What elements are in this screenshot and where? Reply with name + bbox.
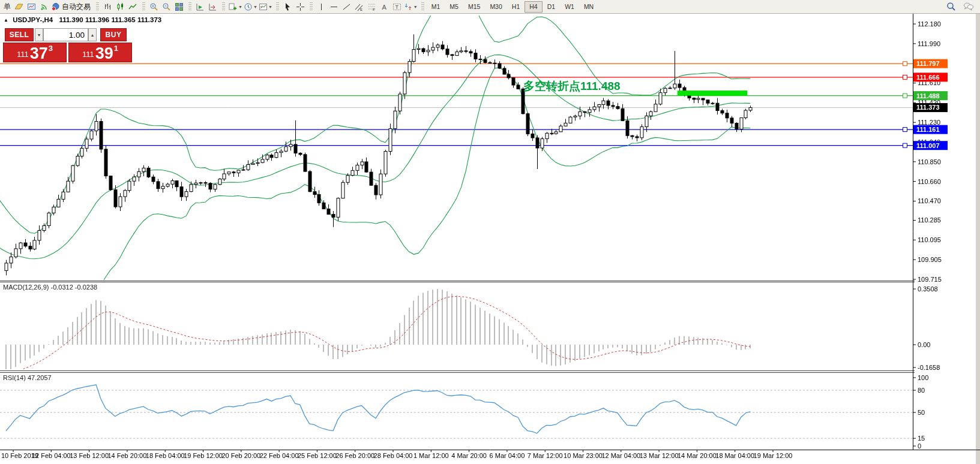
sell-price-sup: 3	[49, 44, 53, 53]
macd-indicator-label: MACD(12,26,9) -0.0312 -0.0238	[3, 284, 97, 291]
buy-price-box[interactable]: 111 39 1	[68, 43, 132, 62]
mt4-window: { "toolbar": { "left_label": "单", "autot…	[0, 0, 980, 464]
vertical-line-icon[interactable]	[315, 1, 328, 13]
timeframe-m30[interactable]: M30	[485, 1, 507, 13]
bar-chart-icon[interactable]	[101, 1, 114, 13]
new-order-label[interactable]: 单	[2, 2, 13, 12]
search-icon[interactable]	[945, 1, 957, 13]
svg-text:A: A	[382, 3, 386, 10]
text-label-icon[interactable]: T	[391, 1, 403, 13]
timeframe-d1[interactable]: D1	[543, 1, 560, 13]
toolbar-grip	[310, 2, 313, 11]
volume-input[interactable]	[43, 28, 88, 41]
auto-scroll-icon[interactable]	[194, 1, 206, 13]
down-arrow-icon: ▼	[37, 33, 41, 37]
chart-canvas[interactable]	[0, 0, 980, 464]
chat-icon[interactable]	[962, 1, 975, 13]
fibonacci-icon[interactable]: F	[365, 1, 378, 13]
add-indicator-icon[interactable]: ▼	[227, 1, 243, 13]
sell-price-big: 37	[30, 46, 48, 61]
buy-price-big: 39	[95, 46, 113, 61]
channel-icon[interactable]: E	[353, 1, 365, 13]
chart-annotation: 多空转折点111.488	[523, 79, 621, 94]
timeframe-m15[interactable]: M15	[463, 1, 485, 13]
sell-price-prefix: 111	[17, 50, 29, 59]
horizontal-line-icon[interactable]	[328, 1, 340, 13]
candlestick-icon[interactable]	[114, 1, 127, 13]
new-order-icon[interactable]	[13, 1, 25, 13]
volume-increase-button[interactable]: ▲	[88, 28, 97, 41]
timeframe-h4[interactable]: H4	[525, 1, 542, 13]
collapse-arrow-icon[interactable]: ▲	[4, 17, 8, 23]
arrows-icon[interactable]: ▼	[403, 1, 418, 13]
timeframe-mn[interactable]: MN	[579, 1, 598, 13]
buy-price-prefix: 111	[82, 50, 94, 59]
rsi-indicator-label: RSI(14) 47.2057	[3, 374, 52, 381]
timeframe-m1[interactable]: M1	[427, 1, 445, 13]
buy-button[interactable]: BUY	[100, 28, 127, 41]
text-icon[interactable]: A	[378, 1, 391, 13]
sell-button[interactable]: SELL	[5, 28, 34, 41]
chart-title: ▲ USDJPY-,H4 111.390 111.396 111.365 111…	[4, 16, 161, 23]
toolbar-grip	[222, 2, 225, 11]
sell-price-box[interactable]: 111 37 3	[3, 43, 67, 62]
chart-ohlc-values: 111.390 111.396 111.365 111.373	[59, 16, 161, 23]
zoom-out-icon[interactable]	[160, 1, 173, 13]
svg-text:F: F	[373, 8, 375, 11]
timeframe-h1[interactable]: H1	[507, 1, 525, 13]
market-watch-icon[interactable]	[25, 1, 38, 13]
zoom-in-icon[interactable]	[148, 1, 160, 13]
timeframe-m5[interactable]: M5	[445, 1, 463, 13]
up-arrow-icon: ▲	[91, 33, 95, 37]
line-chart-icon[interactable]	[127, 1, 139, 13]
tile-windows-icon[interactable]	[173, 1, 185, 13]
chart-shift-icon[interactable]	[206, 1, 219, 13]
volume-decrease-button[interactable]: ▼	[35, 28, 43, 41]
dropdown-caret-icon[interactable]: ▼	[238, 5, 242, 9]
dropdown-caret-icon[interactable]: ▼	[253, 5, 257, 9]
svg-text:T: T	[395, 4, 398, 10]
toolbar-grip	[188, 2, 191, 11]
buy-price-sup: 1	[114, 44, 118, 53]
cursor-icon[interactable]	[281, 1, 294, 13]
templates-icon[interactable]: ▼	[258, 1, 273, 13]
trendline-icon[interactable]	[340, 1, 353, 13]
main-toolbar: 单 自动交易 ▼ ▼ ▼	[0, 0, 980, 14]
toolbar-grip	[276, 2, 279, 11]
autotrade-button[interactable]: 自动交易	[50, 1, 93, 13]
toolbar-grip	[142, 2, 145, 11]
toolbar-grip	[421, 2, 424, 11]
dropdown-caret-icon[interactable]: ▼	[413, 5, 418, 9]
timeframe-w1[interactable]: W1	[560, 1, 579, 13]
toolbar-grip	[96, 2, 99, 11]
autotrade-label: 自动交易	[60, 2, 92, 12]
signal-icon[interactable]	[38, 1, 50, 13]
svg-text:E: E	[360, 8, 362, 11]
dropdown-caret-icon[interactable]: ▼	[268, 5, 272, 9]
periods-icon[interactable]: ▼	[243, 1, 258, 13]
crosshair-icon[interactable]	[294, 1, 307, 13]
chart-symbol-period: USDJPY-,H4	[13, 16, 53, 23]
